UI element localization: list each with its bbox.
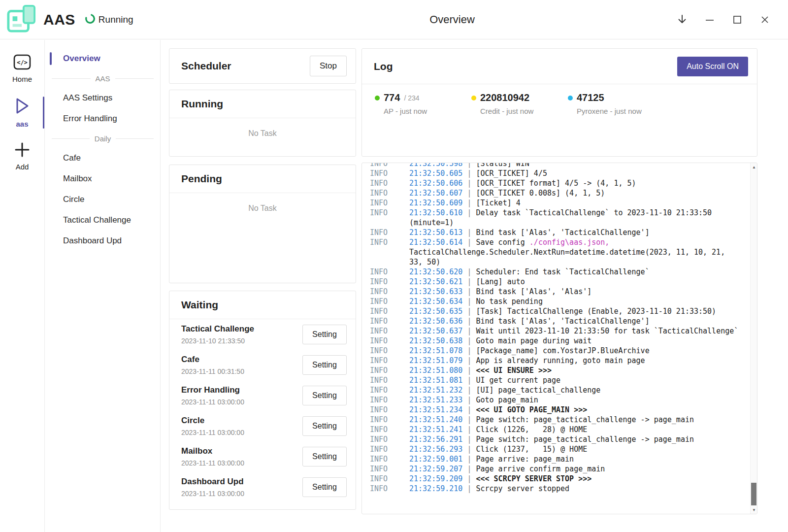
scrollbar-thumb[interactable] (751, 483, 756, 505)
menu-item-overview[interactable]: Overview (45, 48, 160, 69)
menu-item-tactical-challenge[interactable]: Tactical Challenge (45, 210, 160, 231)
setting-button[interactable]: Setting (302, 416, 347, 436)
running-title: Running (181, 98, 223, 110)
log-line: INFO21:32:50.635 | [Task] TacticalChalle… (370, 306, 747, 316)
rail-item-aas[interactable]: aas (0, 93, 44, 133)
stat-value: 220810942 (480, 92, 529, 103)
log-output-area: INFO21:32:50.598 | [Status] WININFO21:32… (361, 163, 757, 514)
log-separator: | (462, 327, 476, 335)
log-level: INFO (370, 484, 409, 494)
log-line: INFO21:32:50.609 | [Ticket] 4 (370, 198, 747, 208)
menu-group-label: AAS (96, 74, 110, 83)
setting-button[interactable]: Setting (302, 477, 347, 497)
log-message: 21:32:50.637 | Wait until 2023-11-10 21:… (409, 326, 747, 336)
log-timestamp: 21:32:50.621 (409, 277, 462, 286)
log-line: INFO21:32:59.210 | Scrcpy server stopped (370, 484, 747, 494)
menu-item-circle[interactable]: Circle (45, 189, 160, 210)
log-level: INFO (370, 306, 409, 316)
log-separator: | (462, 336, 476, 345)
log-line: INFO21:32:50.634 | No task pending (370, 297, 747, 306)
setting-button[interactable]: Setting (302, 447, 347, 466)
menu-item-aas-settings[interactable]: AAS Settings (45, 88, 160, 108)
waiting-task-row: Mailbox2023-11-11 03:00:00Setting (169, 441, 356, 472)
log-separator: | (462, 297, 476, 306)
log-level: INFO (370, 454, 409, 464)
setting-button[interactable]: Setting (302, 355, 347, 375)
log-text-segment: Page switch: page_tactical_challenge -> … (476, 435, 694, 444)
menu-item-label: Dashboard Upd (63, 236, 122, 246)
log-stat: 774/ 234AP - just now (375, 92, 471, 115)
log-message: 21:32:51.241 | Click (1226, 28) @ HOME (409, 425, 747, 434)
log-timestamp: 21:32:50.633 (409, 287, 462, 296)
log-separator: | (462, 208, 476, 217)
stop-button[interactable]: Stop (310, 56, 347, 76)
log-text-segment: UI get current page (476, 376, 560, 385)
log-line: INFO21:32:59.207 | Page arrive confirm p… (370, 464, 747, 474)
log-stat-top: 220810942 (471, 92, 568, 103)
stat-label: Credit - just now (480, 107, 568, 115)
rail-item-add[interactable]: Add (0, 137, 44, 175)
log-level: INFO (370, 208, 409, 228)
waiting-task-row: Circle2023-11-11 03:00:00Setting (169, 411, 356, 441)
log-timestamp: 21:32:50.605 (409, 169, 462, 178)
log-text-segment: Save config (476, 238, 529, 247)
menu-item-dashboard-upd[interactable]: Dashboard Upd (45, 231, 160, 251)
log-separator: | (462, 179, 476, 188)
close-icon[interactable] (758, 13, 771, 26)
log-message: 21:32:51.081 | UI get current page (409, 375, 747, 385)
minimize-icon[interactable] (703, 13, 716, 26)
log-line: INFO21:32:56.293 | Click (1237, 15) @ HO… (370, 444, 747, 454)
log-scroll-region[interactable]: INFO21:32:50.598 | [Status] WININFO21:32… (362, 163, 750, 514)
stat-suffix: / 234 (404, 94, 419, 102)
rail-item-home[interactable]: </> Home (0, 50, 44, 88)
log-message: 21:32:59.207 | Page arrive confirm page_… (409, 464, 747, 474)
log-message: 21:32:51.234 | <<< UI GOTO PAGE_MAIN >>> (409, 405, 747, 415)
log-text-segment: [Task] TacticalChallenge (Enable, 2023-1… (476, 307, 716, 316)
log-text-segment: [Ticket] 4 (476, 199, 520, 207)
log-line: INFO21:32:50.606 | [OCR_TICKET format] 4… (370, 178, 747, 188)
log-stat: 47125Pyroxene - just now (568, 92, 664, 115)
log-timestamp: 21:32:50.598 (409, 163, 462, 168)
log-line: INFO21:32:50.614 | Save config ./config\… (370, 237, 747, 267)
waiting-task-name: Mailbox (181, 446, 244, 456)
log-timestamp: 21:32:50.606 (409, 179, 462, 188)
waiting-task-next-run: 2023-11-11 03:00:00 (181, 459, 244, 467)
waiting-task-row: Dashboard Upd2023-11-11 03:00:00Setting (169, 472, 356, 502)
log-line: INFO21:32:50.620 | Scheduler: End task `… (370, 267, 747, 277)
log-timestamp: 21:32:50.609 (409, 199, 462, 207)
app-brand: AAS Running (6, 3, 133, 36)
setting-button[interactable]: Setting (302, 386, 347, 405)
log-timestamp: 21:32:59.210 (409, 484, 462, 493)
scrollbar-up-icon[interactable]: ▲ (751, 163, 757, 171)
log-separator: | (462, 238, 476, 247)
log-line: INFO21:32:50.636 | Bind task ['Alas', 'T… (370, 316, 747, 326)
scrollbar-down-icon[interactable]: ▼ (751, 506, 757, 514)
waiting-task-info: Error Handling2023-11-11 03:00:00 (181, 385, 244, 406)
stat-dot-icon (471, 96, 476, 100)
log-text-segment: Bind task ['Alas', 'TacticalChallenge'] (476, 228, 649, 237)
log-separator: | (462, 287, 476, 296)
menu-item-cafe[interactable]: Cafe (45, 148, 160, 168)
menu-item-mailbox[interactable]: Mailbox (45, 168, 160, 189)
log-separator: | (462, 474, 476, 483)
log-level: INFO (370, 168, 409, 178)
log-text-segment: Page switch: page_tactical_challenge -> … (476, 415, 694, 424)
log-message: 21:32:50.635 | [Task] TacticalChallenge … (409, 306, 747, 316)
stat-dot-icon (375, 96, 380, 100)
waiting-task-info: Cafe2023-11-11 00:31:50 (181, 355, 244, 375)
log-level: INFO (370, 395, 409, 405)
maximize-icon[interactable] (731, 13, 744, 26)
log-level: INFO (370, 346, 409, 356)
running-empty-text: No Task (169, 118, 356, 138)
menu-item-error-handling[interactable]: Error Handling (45, 108, 160, 129)
log-line: INFO21:32:51.241 | Click (1226, 28) @ HO… (370, 425, 747, 434)
log-line: INFO21:32:51.232 | [UI] page_tactical_ch… (370, 385, 747, 395)
log-text-segment: [Package_name] com.YostarJP.BlueArchive (476, 346, 649, 355)
setting-button[interactable]: Setting (302, 325, 347, 344)
log-line: INFO21:32:50.637 | Wait until 2023-11-10… (370, 326, 747, 336)
log-scrollbar[interactable]: ▲ ▼ (750, 163, 757, 514)
log-stat-top: 47125 (568, 92, 664, 103)
log-stats: 774/ 234AP - just now220810942Credit - j… (362, 84, 757, 115)
update-download-icon[interactable] (676, 13, 689, 26)
auto-scroll-button[interactable]: Auto Scroll ON (677, 57, 748, 76)
